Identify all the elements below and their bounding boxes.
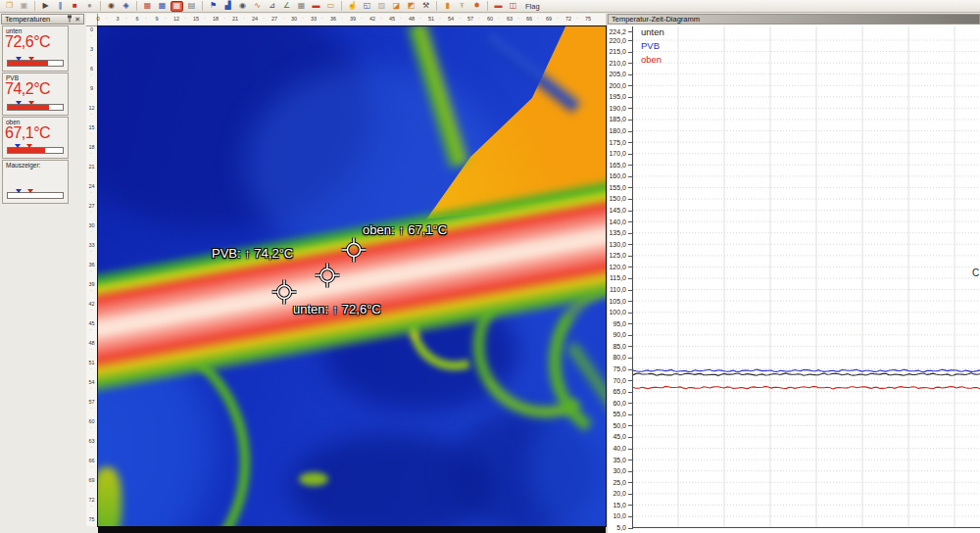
ruler-tick: 63 [504, 17, 515, 23]
pin-icon[interactable] [67, 15, 73, 24]
legend-item-oben[interactable]: oben [641, 55, 662, 65]
y-tick-mark [628, 154, 633, 155]
curve-icon: ∿ [254, 2, 261, 10]
layout-icon[interactable]: ▤ [185, 1, 198, 12]
ruler-tick: 15 [190, 17, 202, 23]
ruler-tick: 51 [425, 17, 437, 23]
grid-icon[interactable]: ▦ [295, 1, 308, 12]
y-tick-mark [628, 403, 633, 404]
ruler-dot: · [537, 16, 539, 22]
image-red-icon[interactable]: ▦ [141, 1, 154, 12]
ruler-dot: · [321, 16, 323, 22]
y-tick-mark [628, 471, 633, 472]
series-line-unten [633, 373, 980, 376]
section-label: Mauszeiger: [6, 162, 40, 169]
snapshot-camera-icon[interactable]: ◉ [105, 1, 118, 12]
ruler-dot: · [90, 425, 92, 431]
ruler-dot: · [576, 16, 578, 22]
ruler-tick: 18 [210, 17, 221, 23]
ruler-dot: · [90, 504, 92, 509]
save-icon[interactable]: ▣ [18, 1, 30, 12]
close-icon[interactable]: ✕ [74, 16, 80, 23]
y-tick-mark [628, 131, 633, 132]
y-tick-mark [628, 233, 633, 234]
toolbar-separator [136, 1, 137, 11]
bar-marker-red [28, 101, 34, 105]
ruler-icon[interactable]: ▭ [324, 1, 337, 12]
ruler-dot: · [459, 16, 461, 22]
ruler-dot: · [243, 16, 245, 22]
stop-icon[interactable]: ■ [69, 1, 81, 12]
hand-tool-icon[interactable]: ☝ [346, 1, 359, 12]
profile-icon[interactable]: ⊿ [266, 1, 278, 12]
y-tick-mark [628, 108, 633, 109]
record-icon[interactable]: ● [83, 1, 96, 12]
chart-x-axis [632, 527, 980, 528]
snapshot-gray-icon[interactable]: ▨ [375, 1, 388, 12]
thermal-image[interactable] [98, 26, 606, 526]
legend-item-unten[interactable]: unten [641, 27, 664, 37]
histogram-icon: ▟ [224, 2, 230, 10]
temperature-bar [7, 60, 64, 67]
ruler-tick: 21 [229, 17, 241, 23]
text-tool-icon[interactable]: Ŧ [456, 1, 468, 12]
copy-frame-icon[interactable]: ◈ [120, 1, 132, 12]
snapshot-gray-icon: ▨ [378, 2, 386, 10]
image-blue-icon[interactable]: ▦ [156, 1, 169, 12]
crosshair-marker-pvb[interactable] [315, 263, 340, 288]
chart-panel-title: Temperatur-Zeit-Diagramm [612, 15, 976, 24]
pause-icon[interactable]: ∥ [54, 1, 67, 12]
chart-plot-area[interactable] [633, 26, 980, 533]
text-tool-icon: Ŧ [460, 2, 465, 10]
play-icon[interactable]: ▶ [39, 1, 52, 12]
ruler-dot: · [478, 16, 480, 22]
y-tick-mark [628, 187, 633, 188]
palette-icon[interactable]: ▦ [171, 1, 183, 12]
bar-marker-red [26, 144, 32, 148]
crosshair-marker-oben[interactable] [341, 237, 367, 263]
bookmark-orange-2-icon[interactable]: ◩ [405, 1, 417, 12]
panel-splitter[interactable] [606, 14, 608, 533]
ruler-tick: 75 [582, 17, 594, 23]
tools-icon[interactable]: ⚒ [419, 1, 432, 12]
y-tick-mark [628, 97, 633, 98]
open-file-icon[interactable]: ❐ [3, 1, 16, 12]
bookmark-orange-1-icon[interactable]: ◪ [390, 1, 403, 12]
temperature-value: 67,1°C [5, 124, 50, 142]
ruler-dot: · [90, 53, 92, 59]
y-tick-mark [628, 221, 633, 222]
record-strip-icon[interactable]: ▬ [492, 1, 505, 12]
ruler-tick: 24 [249, 17, 261, 23]
trend-chart-icon[interactable]: ∠ [280, 1, 293, 12]
burst-icon: ✸ [473, 2, 480, 10]
profile-icon: ⊿ [269, 2, 275, 10]
toolbar-separator [487, 1, 488, 11]
y-tick-mark [628, 199, 633, 200]
camera-view-icon[interactable]: ◉ [236, 1, 249, 12]
flag-marker-icon: ⚑ [210, 2, 217, 10]
ruler-tick: 0 [92, 17, 104, 23]
y-tick-mark [628, 392, 633, 393]
chart-y-axis [632, 26, 633, 527]
thermal-green-blob-bottom [299, 472, 328, 486]
legend-item-pvb[interactable]: PVB [641, 41, 660, 51]
media-mix-icon[interactable]: ◫ [507, 1, 519, 12]
ref-line-icon[interactable]: ▬ [310, 1, 322, 12]
left-ruler [86, 26, 98, 526]
curve-icon[interactable]: ∿ [251, 1, 264, 12]
histogram-icon[interactable]: ▟ [221, 1, 234, 12]
burst-icon[interactable]: ✸ [470, 1, 483, 12]
flag-marker-icon[interactable]: ⚑ [207, 1, 220, 12]
ruler-tick: 45 [386, 17, 398, 23]
bar-marker-blue [16, 101, 22, 105]
layout-grid-icon[interactable]: ◱ [361, 1, 373, 12]
open-file-icon: ❐ [6, 2, 13, 10]
grid-icon: ▦ [298, 2, 306, 10]
main-toolbar: ❐▣▶∥■●◉◈▦▦▦▤⚑▟◉∿⊿∠▦▬▭☝◱▨◪◩⚒▮Ŧ✸▬◫ Flag [0, 0, 980, 13]
marker-bar-icon[interactable]: ▮ [441, 1, 454, 12]
ruler-tick: 6 [131, 17, 143, 23]
record-icon: ● [87, 2, 92, 10]
ruler-tick: 3 [112, 17, 123, 23]
temperature-section-pvb: PVB74,2°C [2, 73, 69, 116]
chart-unit-partial: C [972, 267, 979, 278]
